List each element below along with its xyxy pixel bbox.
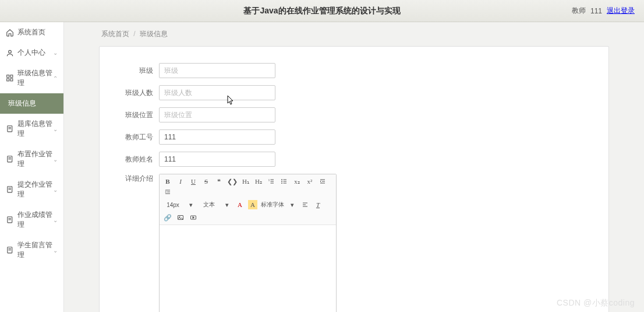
sidebar-item-class-mgmt[interactable]: 班级信息管理 ⌃ <box>0 63 63 93</box>
desc-label: 详细介绍 <box>124 174 159 184</box>
dropdown-icon[interactable]: ▾ <box>288 200 297 209</box>
svg-point-28 <box>282 181 282 182</box>
sidebar: 系统首页 个人中心 ⌄ 班级信息管理 ⌃ 班级信息 题库信息管理 ⌄ <box>0 22 64 312</box>
strike-icon[interactable]: S <box>201 177 211 186</box>
h2-icon[interactable]: H₂ <box>254 177 263 186</box>
editor-textarea[interactable] <box>160 225 336 312</box>
align-icon[interactable] <box>300 200 310 209</box>
svg-point-29 <box>282 183 282 184</box>
doc-icon <box>6 125 14 133</box>
chevron-down-icon: ⌄ <box>53 187 58 193</box>
indent-inc-icon[interactable] <box>163 187 172 197</box>
sidebar-item-profile[interactable]: 个人中心 ⌄ <box>0 43 63 63</box>
underline-icon[interactable]: U <box>189 177 198 186</box>
home-icon <box>6 29 14 37</box>
chevron-up-icon: ⌃ <box>53 75 58 82</box>
breadcrumb-current: 班级信息 <box>140 30 168 38</box>
form-row-class: 班级 <box>124 63 584 78</box>
chevron-down-icon: ⌄ <box>53 217 58 223</box>
chevron-down-icon: ⌄ <box>53 50 58 56</box>
sidebar-item-class-info[interactable]: 班级信息 <box>0 93 63 114</box>
sidebar-item-question-mgmt[interactable]: 题库信息管理 ⌄ <box>0 114 63 144</box>
svg-rect-3 <box>7 79 9 81</box>
sidebar-item-label: 班级信息管理 <box>17 68 58 88</box>
form-row-tid: 教师工号 <box>124 129 584 145</box>
count-label: 班级人数 <box>124 88 159 98</box>
doc-icon <box>6 216 14 224</box>
quote-icon[interactable]: ❝ <box>214 177 224 186</box>
user-icon <box>6 49 14 57</box>
rich-editor: B I U S ❝ ❮❯ H₁ H₂ 1 x₂ <box>159 174 337 312</box>
indent-dec-icon[interactable] <box>318 177 327 186</box>
sidebar-item-home[interactable]: 系统首页 <box>0 22 63 43</box>
chevron-down-icon: ⌄ <box>53 247 58 254</box>
sidebar-item-label: 作业成绩管理 <box>17 210 58 230</box>
code-icon[interactable]: ❮❯ <box>227 177 238 186</box>
breadcrumb: 系统首页 / 班级信息 <box>99 22 609 46</box>
font-family-select[interactable]: 标准字体 <box>261 200 284 209</box>
italic-icon[interactable]: I <box>176 177 185 186</box>
grid-icon <box>6 74 14 82</box>
sidebar-item-label: 布置作业管理 <box>17 149 58 169</box>
form-panel: 班级 班级人数 班级位置 教师工号 教师姓名 详细介绍 <box>99 46 609 312</box>
chevron-down-icon: ⌄ <box>53 156 58 163</box>
image-icon[interactable] <box>176 213 185 222</box>
doc-icon <box>6 246 14 254</box>
form-row-count: 班级人数 <box>124 85 584 100</box>
form-row-tname: 教师姓名 <box>124 152 584 167</box>
logout-link[interactable]: 退出登录 <box>607 6 635 16</box>
tname-label: 教师姓名 <box>124 155 159 164</box>
form-row-desc: 详细介绍 B I U S ❝ ❮❯ H₁ H₂ 1 <box>124 174 584 312</box>
h1-icon[interactable]: H₁ <box>241 177 250 186</box>
main-content: 系统首页 / 班级信息 班级 班级人数 班级位置 教师工号 教师姓 <box>64 22 644 312</box>
svg-point-27 <box>282 180 282 180</box>
font-color-icon[interactable]: A <box>235 200 245 209</box>
loc-label: 班级位置 <box>124 110 159 120</box>
breadcrumb-sep: / <box>133 30 135 38</box>
breadcrumb-root[interactable]: 系统首页 <box>101 30 129 38</box>
tid-label: 教师工号 <box>124 132 159 142</box>
class-label: 班级 <box>124 66 159 76</box>
form-row-loc: 班级位置 <box>124 107 584 122</box>
doc-icon <box>6 155 14 163</box>
video-icon[interactable] <box>189 213 198 222</box>
link-icon[interactable]: 🔗 <box>163 213 172 222</box>
sub-icon[interactable]: x₂ <box>292 177 302 186</box>
svg-rect-4 <box>10 79 13 81</box>
sup-icon[interactable]: x² <box>305 177 314 186</box>
user-name: 111 <box>590 7 602 15</box>
clear-format-icon[interactable]: T <box>313 200 323 209</box>
ul-icon[interactable] <box>279 177 289 186</box>
class-input[interactable] <box>159 63 275 78</box>
loc-input[interactable] <box>159 107 275 122</box>
sidebar-item-label: 个人中心 <box>17 48 45 58</box>
svg-rect-2 <box>10 75 13 78</box>
text-type-select[interactable]: 文本 <box>199 200 219 209</box>
sidebar-item-score-mgmt[interactable]: 作业成绩管理 ⌄ <box>0 205 63 235</box>
sidebar-item-label: 学生留言管理 <box>17 240 58 260</box>
svg-text:1: 1 <box>268 178 270 181</box>
user-role: 教师 <box>572 6 586 16</box>
dropdown-icon[interactable]: ▾ <box>186 200 196 209</box>
sidebar-item-label: 提交作业管理 <box>17 180 58 199</box>
svg-rect-1 <box>7 75 9 78</box>
svg-marker-42 <box>193 217 194 219</box>
bg-color-icon[interactable]: A <box>248 200 257 209</box>
sidebar-item-submit-mgmt[interactable]: 提交作业管理 ⌄ <box>0 174 63 205</box>
font-size-select[interactable]: 14px <box>163 200 183 209</box>
count-input[interactable] <box>159 85 275 100</box>
tid-input[interactable] <box>159 129 275 145</box>
sidebar-item-message-mgmt[interactable]: 学生留言管理 ⌄ <box>0 235 63 265</box>
editor-toolbar: B I U S ❝ ❮❯ H₁ H₂ 1 x₂ <box>160 174 336 225</box>
app-title: 基于Java的在线作业管理系统的设计与实现 <box>9 6 635 16</box>
svg-point-0 <box>9 50 12 53</box>
bold-icon[interactable]: B <box>163 177 172 186</box>
ol-icon[interactable]: 1 <box>267 177 276 186</box>
tname-input[interactable] <box>159 152 275 167</box>
doc-icon <box>6 185 14 194</box>
user-area: 教师 111 退出登录 <box>572 6 635 16</box>
dropdown-icon[interactable]: ▾ <box>222 200 232 209</box>
header: 基于Java的在线作业管理系统的设计与实现 教师 111 退出登录 <box>0 0 644 22</box>
sidebar-item-label: 班级信息 <box>8 99 36 108</box>
sidebar-item-assign-mgmt[interactable]: 布置作业管理 ⌄ <box>0 144 63 174</box>
